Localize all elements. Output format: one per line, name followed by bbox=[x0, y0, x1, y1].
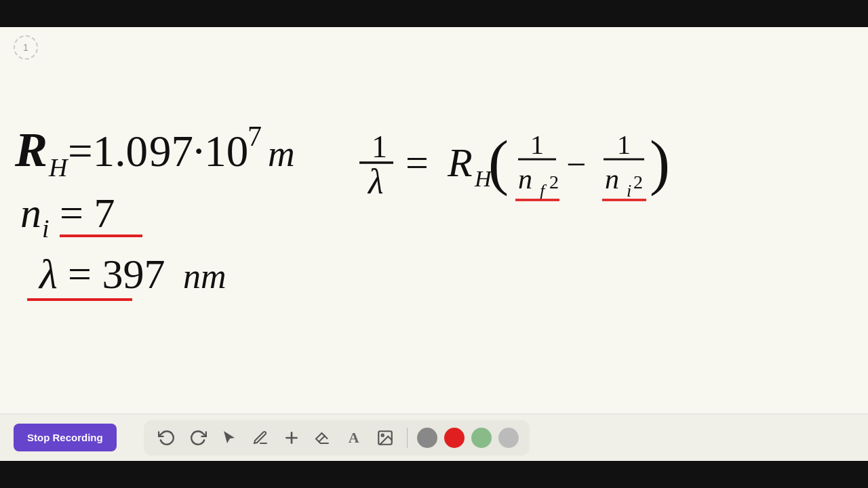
svg-text:λ: λ bbox=[367, 162, 384, 201]
svg-text:1: 1 bbox=[372, 129, 387, 164]
color-red-button[interactable] bbox=[444, 428, 465, 448]
pen-button[interactable] bbox=[248, 426, 273, 450]
svg-text:m: m bbox=[268, 133, 295, 174]
handwriting-canvas: R H =1.0 97·10 7 m n i = 7 λ = 397 nm 1 … bbox=[0, 27, 868, 413]
svg-text:2: 2 bbox=[549, 171, 559, 192]
toolbar: A bbox=[144, 420, 530, 455]
svg-text:λ: λ bbox=[38, 251, 58, 297]
svg-text:(: ( bbox=[488, 129, 509, 197]
canvas-area[interactable]: 1 R H =1.0 97·10 7 m n i = 7 λ = 397 nm bbox=[0, 27, 868, 413]
add-button[interactable] bbox=[279, 426, 304, 450]
image-button[interactable] bbox=[373, 426, 397, 450]
svg-text:i: i bbox=[627, 181, 631, 201]
svg-text:R: R bbox=[447, 140, 473, 185]
bottom-bar: Stop Recording bbox=[0, 413, 868, 461]
svg-text:n: n bbox=[20, 190, 41, 236]
svg-text:H: H bbox=[48, 153, 69, 182]
divider bbox=[407, 428, 408, 448]
svg-text:i: i bbox=[42, 214, 50, 243]
svg-text:R: R bbox=[14, 123, 47, 177]
select-button[interactable] bbox=[217, 426, 241, 450]
svg-text:97·10: 97·10 bbox=[149, 127, 248, 176]
color-gray-button[interactable] bbox=[417, 428, 437, 448]
svg-text:7: 7 bbox=[248, 121, 262, 152]
svg-text:=: = bbox=[406, 140, 429, 185]
stop-recording-button[interactable]: Stop Recording bbox=[14, 424, 117, 451]
svg-text:2: 2 bbox=[633, 171, 643, 192]
svg-text:= 397: = 397 bbox=[68, 251, 165, 297]
main-screen: 1 R H =1.0 97·10 7 m n i = 7 λ = 397 nm bbox=[0, 27, 868, 461]
redo-button[interactable] bbox=[186, 426, 210, 450]
svg-text:nm: nm bbox=[183, 257, 226, 296]
svg-text:= 7: = 7 bbox=[60, 190, 115, 236]
svg-point-39 bbox=[381, 434, 383, 436]
svg-text:1: 1 bbox=[617, 129, 631, 160]
svg-text:f: f bbox=[540, 181, 547, 201]
undo-button[interactable] bbox=[155, 426, 179, 450]
color-lightgray-button[interactable] bbox=[498, 428, 519, 448]
text-button[interactable]: A bbox=[342, 426, 366, 450]
color-green-button[interactable] bbox=[471, 428, 492, 448]
svg-text:=1.0: =1.0 bbox=[68, 127, 148, 176]
eraser-button[interactable] bbox=[311, 426, 335, 450]
svg-text:1: 1 bbox=[530, 129, 544, 160]
svg-text:n: n bbox=[605, 163, 619, 195]
svg-text:−: − bbox=[566, 145, 586, 184]
svg-line-37 bbox=[319, 436, 325, 442]
svg-text:): ) bbox=[650, 129, 670, 197]
svg-text:n: n bbox=[518, 163, 532, 195]
